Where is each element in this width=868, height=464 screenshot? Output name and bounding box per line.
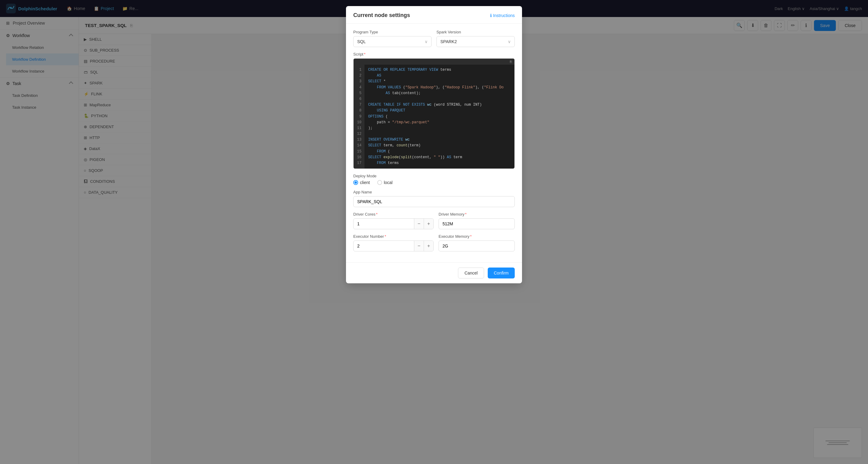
executor-memory-label: Executor Memory* bbox=[439, 234, 515, 239]
copy-code-icon[interactable]: ⎘ bbox=[510, 60, 512, 63]
executor-number-label: Executor Number* bbox=[353, 234, 434, 239]
driver-cores-input[interactable] bbox=[353, 221, 414, 226]
spark-version-select[interactable]: SPARK2 ∨ bbox=[436, 36, 515, 47]
modal-header: Current node settings ℹ Instructions bbox=[346, 6, 522, 24]
program-type-group: Program Type SQL ∨ bbox=[353, 30, 432, 47]
node-settings-modal: Current node settings ℹ Instructions Pro… bbox=[346, 6, 522, 283]
program-spark-row: Program Type SQL ∨ Spark Version SPARK2 … bbox=[353, 30, 515, 47]
deploy-mode-label: Deploy Mode bbox=[353, 174, 515, 178]
code-editor[interactable]: ⎘ 1234567891011121314151617 CREATE OR RE… bbox=[353, 58, 515, 169]
app-name-input[interactable] bbox=[353, 196, 515, 207]
app-name-group: App Name bbox=[353, 190, 515, 207]
executor-number-input[interactable] bbox=[353, 243, 414, 249]
spark-version-value: SPARK2 bbox=[440, 39, 457, 44]
modal-overlay[interactable]: Current node settings ℹ Instructions Pro… bbox=[0, 0, 868, 464]
modal-body: Program Type SQL ∨ Spark Version SPARK2 … bbox=[346, 24, 522, 262]
executor-row: Executor Number* − + Executor Memory* bbox=[353, 234, 515, 252]
driver-row: Driver Cores* − + Driver Memory* bbox=[353, 212, 515, 229]
code-editor-header: ⎘ bbox=[353, 59, 515, 65]
executor-number-increment[interactable]: + bbox=[424, 241, 433, 251]
deploy-mode-group: Deploy Mode client local bbox=[353, 174, 515, 185]
program-type-label: Program Type bbox=[353, 30, 432, 34]
spark-version-group: Spark Version SPARK2 ∨ bbox=[436, 30, 515, 47]
code-content[interactable]: CREATE OR REPLACE TEMPORARY VIEW terms A… bbox=[365, 65, 515, 169]
driver-memory-label: Driver Memory* bbox=[439, 212, 515, 216]
program-type-select[interactable]: SQL ∨ bbox=[353, 36, 432, 47]
executor-memory-input[interactable] bbox=[439, 240, 515, 252]
radio-local-circle bbox=[377, 180, 382, 185]
app-name-label: App Name bbox=[353, 190, 515, 194]
spark-version-label: Spark Version bbox=[436, 30, 515, 34]
spark-chevron-down-icon: ∨ bbox=[508, 39, 511, 44]
executor-memory-group: Executor Memory* bbox=[439, 234, 515, 252]
executor-number-decrement[interactable]: − bbox=[414, 241, 424, 251]
deploy-mode-radio-group: client local bbox=[353, 180, 515, 185]
driver-cores-decrement[interactable]: − bbox=[414, 219, 424, 229]
deploy-mode-client[interactable]: client bbox=[353, 180, 370, 185]
chevron-down-icon: ∨ bbox=[425, 39, 428, 44]
code-editor-body: 1234567891011121314151617 CREATE OR REPL… bbox=[353, 65, 515, 169]
info-circle-icon: ℹ bbox=[490, 13, 492, 18]
script-label: Script* bbox=[353, 52, 515, 56]
deploy-mode-local[interactable]: local bbox=[377, 180, 393, 185]
modal-footer: Cancel Confirm bbox=[346, 262, 522, 283]
driver-cores-label: Driver Cores* bbox=[353, 212, 434, 216]
driver-cores-group: Driver Cores* − + bbox=[353, 212, 434, 229]
radio-client-circle bbox=[353, 180, 358, 185]
instructions-link[interactable]: ℹ Instructions bbox=[490, 13, 515, 18]
script-group: Script* ⎘ 1234567891011121314151617 CREA… bbox=[353, 52, 515, 169]
driver-memory-input[interactable] bbox=[439, 218, 515, 229]
driver-cores-increment[interactable]: + bbox=[424, 219, 433, 229]
driver-memory-group: Driver Memory* bbox=[439, 212, 515, 229]
cancel-button[interactable]: Cancel bbox=[458, 267, 484, 279]
line-numbers: 1234567891011121314151617 bbox=[353, 65, 365, 169]
executor-number-stepper: − + bbox=[353, 240, 434, 252]
confirm-button[interactable]: Confirm bbox=[488, 267, 515, 279]
driver-cores-stepper: − + bbox=[353, 218, 434, 229]
executor-number-group: Executor Number* − + bbox=[353, 234, 434, 252]
program-type-value: SQL bbox=[357, 39, 366, 44]
modal-title: Current node settings bbox=[353, 12, 410, 19]
